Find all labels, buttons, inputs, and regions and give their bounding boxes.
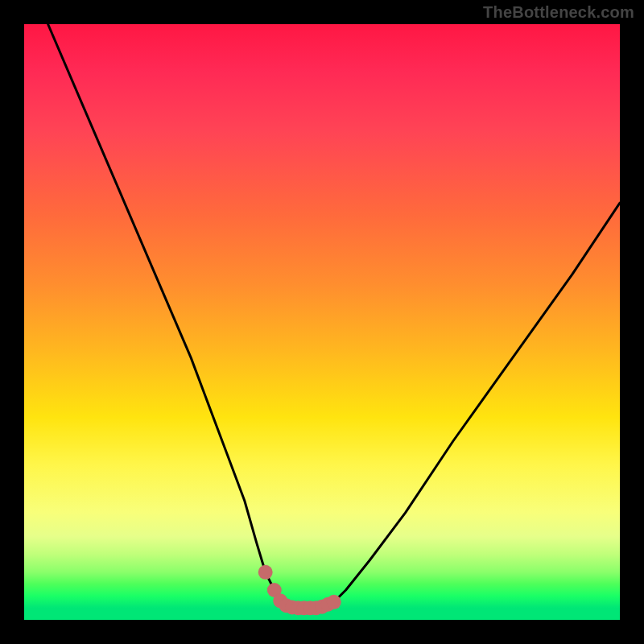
curve-svg — [24, 24, 620, 620]
watermark-text: TheBottleneck.com — [483, 3, 634, 22]
plot-area — [24, 24, 620, 620]
bottleneck-curve — [48, 24, 620, 608]
marker-dot — [258, 565, 273, 580]
marker-dots — [258, 565, 341, 615]
marker-dot — [327, 595, 341, 609]
chart-stage: TheBottleneck.com — [0, 0, 644, 644]
